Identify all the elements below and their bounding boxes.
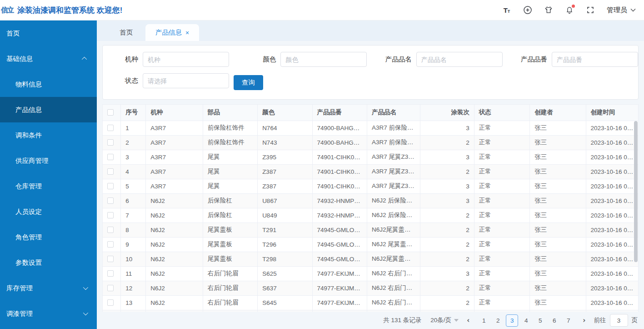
cell-颜色: S645 [258,295,312,310]
cell-状态: 正常 [474,223,529,237]
table-row[interactable]: 8N6J2尾翼盖板T29174945-GMLO0...N6J2尾翼盖板...2正… [103,223,639,237]
产品品名-input[interactable] [416,52,503,67]
table-row[interactable]: 1A3R7前保险杠饰件N76474900-BAHG00...A3R7 前保险杠.… [103,121,639,135]
sidebar-item-供应商管理[interactable]: 供应商管理 [0,148,97,173]
sidebar-item-参数设置[interactable]: 参数设置 [0,250,97,275]
page-number-2[interactable]: 2 [492,314,504,327]
goto-page-input[interactable] [610,314,628,327]
notification-icon[interactable] [565,5,574,15]
sidebar-item-label: 基础信息 [6,55,83,63]
row-checkbox[interactable] [107,183,114,189]
search-button[interactable]: 查询 [234,75,263,90]
select-all-checkbox[interactable] [107,109,114,116]
cell-状态: 正常 [474,310,529,312]
table-row[interactable]: 10N6J2尾翼盖板T29874945-GMLO0...N6J2尾翼盖板...2… [103,252,639,266]
table-row[interactable]: 6N6J2后保险杠U86774932-HNMP0...N6J2 后保险杠...3… [103,193,639,208]
sidebar-item-产品信息[interactable]: 产品信息 [0,97,97,122]
page-number-6[interactable]: 6 [548,314,560,327]
page-size-select[interactable]: 20条/页 [430,316,459,324]
page-number-3[interactable]: 3 [506,314,518,327]
row-checkbox[interactable] [107,227,114,233]
cell-部品: 前保险杠饰件 [203,135,257,150]
cell-创建者: 张三 [530,193,586,208]
row-checkbox[interactable] [107,270,114,277]
row-checkbox[interactable] [107,299,114,306]
产品品番-input[interactable] [552,52,638,67]
row-checkbox[interactable] [107,154,114,160]
field-label: 颜色 [240,55,280,64]
table-row[interactable]: 4A3R7尾翼Z38774901-CIHK00...A3R7 尾翼Z387...… [103,164,639,179]
table-row[interactable]: 7N6J2后保险杠U84974932-HNMP0...N6J2 后保险杠...2… [103,208,639,223]
row-checkbox[interactable] [107,241,114,248]
row-checkbox[interactable] [107,197,114,204]
table-row[interactable]: 11N6J2右后门轮眉S62574977-EKIJM0...N6J2 右后门轮.… [103,266,639,281]
page-number-7[interactable]: 7 [562,314,574,327]
row-checkbox[interactable] [107,285,114,291]
cell-产品品番: 74900-BAHG00... [312,121,367,135]
theme-icon[interactable] [544,5,553,15]
sidebar-item-调和条件[interactable]: 调和条件 [0,122,97,148]
cell-机种: N6J2 [146,193,203,208]
机种-input[interactable] [143,52,229,67]
row-checkbox[interactable] [107,139,114,146]
sidebar-item-label: 首页 [6,29,89,38]
sidebar-item-调漆管理[interactable]: 调漆管理 [0,301,97,326]
table-row[interactable]: 9N6J2尾翼盖板T29674945-GMLO0...N6J2 尾翼盖板...2… [103,237,639,252]
cell-序号: 1 [121,121,146,135]
sidebar-item-仓库管理[interactable]: 仓库管理 [0,173,97,199]
cell-序号: 12 [121,281,146,295]
row-checkbox[interactable] [107,125,114,131]
user-menu[interactable]: 管理员 [607,6,636,15]
sidebar-item-角色管理[interactable]: 角色管理 [0,224,97,250]
cell-颜色: T296 [258,237,312,252]
cell-涂装次: 3 [420,121,474,135]
tab-首页[interactable]: 首页 [110,24,143,41]
font-size-icon[interactable]: TT [502,5,511,15]
cell-创建者: 张三 [530,121,586,135]
sidebar-item-首页[interactable]: 首页 [0,20,97,46]
cell-创建时间: 2023-10-16 00:... [586,252,638,266]
table-row[interactable]: 2A3R7前保险杠饰件N74374900-BAHG00...A3R7 前保险杠.… [103,135,639,150]
cell-序号: 6 [121,193,146,208]
颜色-input[interactable] [280,52,367,67]
page-number-4[interactable]: 4 [520,314,532,327]
状态-input[interactable] [143,73,229,88]
sidebar-item-基础信息[interactable]: 基础信息 [0,46,97,71]
sidebar-item-库存管理[interactable]: 库存管理 [0,275,97,301]
next-page-button[interactable] [581,316,587,324]
tab-close-icon[interactable]: × [185,30,189,36]
main-area: 首页产品信息× 机种颜色产品品名产品品番 状态查询 序号机种部品颜色产品品番产品… [97,20,644,329]
table-row[interactable]: 14N6J2右后门轮眉S65974977-EKIJM0...N6J2 右后门轮.… [103,310,639,312]
search-field-状态: 状态 [103,73,229,88]
cell-产品品名: N6J2 右后门轮... [367,266,420,281]
row-checkbox[interactable] [107,168,114,175]
cell-产品品名: A3R7 前保险杠... [367,135,420,150]
table-row[interactable]: 5A3R7尾翼Z38774901-CIHK00...A3R7 尾翼Z387...… [103,179,639,193]
table-row[interactable]: 13N6J2右后门轮眉S64574977-EKIJM0...N6J2 右后门轮.… [103,295,639,310]
cell-涂装次: 3 [420,179,474,193]
cell-创建时间: 2023-10-16 00:... [586,223,638,237]
cell-部品: 右后门轮眉 [203,266,257,281]
sidebar-item-物料信息[interactable]: 物料信息 [0,71,97,97]
cell-序号: 4 [121,164,146,179]
cell-产品品名: N6J2 后保险杠... [367,193,420,208]
tab-产品信息[interactable]: 产品信息× [145,24,199,41]
cell-部品: 右后门轮眉 [203,310,257,312]
language-icon[interactable] [523,5,532,15]
table-row[interactable]: 3A3R7尾翼Z39574901-CIHK00...A3R7 尾翼Z395...… [103,150,639,164]
row-checkbox[interactable] [107,212,114,218]
cell-部品: 右后门轮眉 [203,295,257,310]
sidebar-item-label: 调和条件 [15,131,89,140]
prev-page-button[interactable] [465,316,471,324]
table-scrollbar[interactable] [634,121,638,262]
cell-产品品名: A3R7 尾翼Z395... [367,150,420,164]
row-checkbox[interactable] [107,256,114,262]
fullscreen-icon[interactable] [586,5,595,15]
page-number-5[interactable]: 5 [534,314,546,327]
sidebar-item-人员设定[interactable]: 人员设定 [0,199,97,224]
page-number-1[interactable]: 1 [478,314,490,327]
cell-颜色: Z387 [258,164,312,179]
cell-状态: 正常 [474,135,529,150]
notification-badge [572,5,575,8]
table-row[interactable]: 12N6J2右后门轮眉S63774977-EKIJM0...N6J2 右后门轮.… [103,281,639,295]
